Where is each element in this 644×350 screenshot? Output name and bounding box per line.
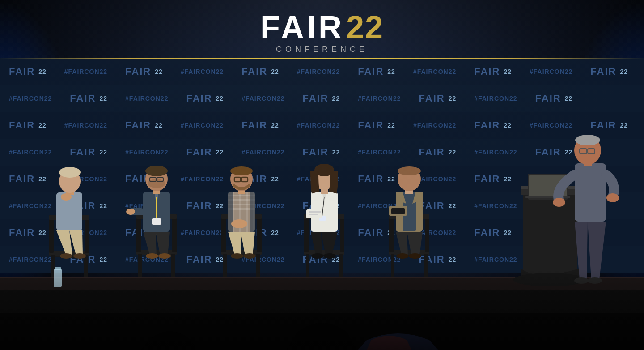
logo-conference-text: CONFERENCE <box>260 45 384 54</box>
logo-year-text: 22 <box>346 9 384 46</box>
logo-fair-text: FAIR <box>260 11 344 43</box>
conference-logo: FAIR 22 CONFERENCE <box>260 9 384 54</box>
conference-scene: FAIR22 #FAIRCON22 FAIR22 #FAIRCON22 FAIR… <box>0 0 644 350</box>
